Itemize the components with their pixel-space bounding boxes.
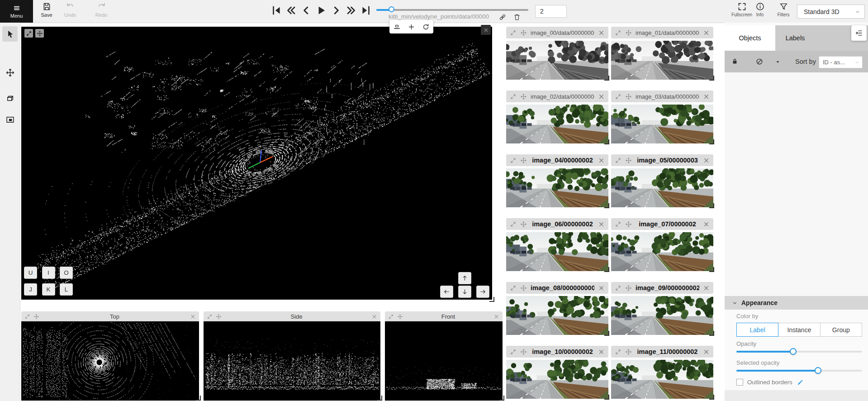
- appearance-section-header[interactable]: Appearance: [725, 296, 868, 310]
- tab-objects[interactable]: Objects: [725, 25, 775, 51]
- viewport-resize-handle[interactable]: [489, 297, 494, 302]
- close-icon[interactable]: [371, 314, 377, 320]
- collapse-panel-button[interactable]: [851, 25, 867, 41]
- tile-resize-handle[interactable]: [709, 76, 714, 81]
- tile-resize-handle[interactable]: [604, 76, 609, 81]
- panel-resize-handle[interactable]: [499, 396, 504, 401]
- main-3d-viewport[interactable]: UIOJKL: [21, 27, 492, 300]
- move-icon[interactable]: [520, 157, 527, 164]
- filters-button[interactable]: Filters: [773, 2, 793, 22]
- tile-header[interactable]: image_08/0000000002: [506, 282, 608, 294]
- trash-icon[interactable]: [513, 13, 521, 21]
- close-icon[interactable]: [493, 314, 499, 320]
- skip-first-icon[interactable]: [270, 5, 282, 16]
- menu-button[interactable]: Menu: [0, 0, 33, 23]
- panel-resize-handle[interactable]: [196, 396, 201, 401]
- close-icon[interactable]: [598, 29, 605, 36]
- close-icon[interactable]: [598, 157, 605, 164]
- expand-icon[interactable]: [207, 314, 213, 320]
- rotate-icon[interactable]: [422, 23, 430, 31]
- camera-image[interactable]: [506, 105, 608, 143]
- tile-resize-handle[interactable]: [604, 139, 609, 144]
- slider-thumb[interactable]: [815, 367, 821, 374]
- panel-resize-handle[interactable]: [377, 396, 382, 401]
- move-icon[interactable]: [520, 348, 527, 355]
- panel-header[interactable]: Side: [204, 311, 380, 321]
- frame-number-input[interactable]: [535, 5, 567, 18]
- tile-resize-handle[interactable]: [709, 203, 714, 208]
- save-button[interactable]: Save: [37, 2, 57, 22]
- tile-header[interactable]: image_01/data/0000000002: [611, 27, 713, 38]
- tile-header[interactable]: image_10/00000002: [506, 346, 608, 358]
- redo-button[interactable]: Redo: [91, 2, 111, 22]
- undo-button[interactable]: Undo: [60, 2, 80, 22]
- caret-down-icon[interactable]: [774, 58, 781, 65]
- key-l-button[interactable]: L: [60, 283, 73, 296]
- camera-image[interactable]: [506, 232, 608, 271]
- tile-resize-handle[interactable]: [709, 331, 714, 336]
- close-icon[interactable]: [598, 348, 605, 355]
- arrow-down-button[interactable]: [458, 286, 471, 298]
- expand-icon[interactable]: [615, 221, 621, 228]
- lock-icon[interactable]: [731, 57, 739, 65]
- expand-icon[interactable]: [388, 314, 394, 320]
- color-by-label-button[interactable]: Label: [736, 323, 778, 337]
- expand-icon[interactable]: [615, 348, 621, 355]
- tile-resize-handle[interactable]: [709, 395, 714, 400]
- tile-resize-handle[interactable]: [604, 331, 609, 336]
- tool-cuboid-button[interactable]: [2, 91, 18, 106]
- expand-icon[interactable]: [510, 93, 517, 100]
- tool-image-overlay-button[interactable]: [2, 112, 18, 127]
- move-view-button[interactable]: [35, 29, 44, 38]
- color-by-instance-button[interactable]: Instance: [778, 323, 820, 337]
- close-icon[interactable]: [190, 314, 196, 320]
- expand-icon[interactable]: [510, 221, 517, 228]
- key-u-button[interactable]: U: [24, 267, 37, 279]
- key-k-button[interactable]: K: [42, 283, 55, 296]
- key-i-button[interactable]: I: [42, 267, 55, 279]
- tile-header[interactable]: image_06/00000002: [506, 218, 608, 230]
- align-ground-icon[interactable]: [393, 23, 401, 31]
- move-icon[interactable]: [520, 285, 527, 291]
- expand-icon[interactable]: [24, 314, 30, 320]
- tool-move-button[interactable]: [2, 65, 18, 80]
- camera-image[interactable]: [611, 296, 713, 335]
- key-j-button[interactable]: J: [24, 283, 37, 296]
- move-icon[interactable]: [216, 314, 222, 320]
- tile-header[interactable]: image_00/data/0000000002: [506, 27, 608, 38]
- tile-header[interactable]: image_02/data/0000000002: [506, 91, 608, 102]
- arrow-left-button[interactable]: [440, 286, 453, 298]
- link-icon[interactable]: [498, 13, 507, 21]
- sort-select[interactable]: ID - as...: [819, 56, 863, 68]
- close-icon[interactable]: [703, 93, 710, 100]
- panel-header[interactable]: Top: [21, 311, 199, 321]
- tile-header[interactable]: image_04/00000002: [506, 154, 608, 166]
- arrow-up-button[interactable]: [458, 272, 471, 284]
- camera-image[interactable]: [611, 360, 713, 399]
- expand-icon[interactable]: [615, 157, 621, 164]
- tile-resize-handle[interactable]: [604, 203, 609, 208]
- slider-thumb[interactable]: [790, 348, 797, 355]
- move-icon[interactable]: [625, 348, 632, 355]
- slider-thumb[interactable]: [389, 6, 394, 12]
- camera-image[interactable]: [506, 296, 608, 335]
- fast-forward-icon[interactable]: [345, 5, 357, 16]
- next-frame-icon[interactable]: [330, 5, 342, 16]
- tile-header[interactable]: image_05/00000003: [611, 154, 713, 166]
- tile-resize-handle[interactable]: [604, 395, 609, 400]
- viewport-close-button[interactable]: [481, 25, 491, 35]
- tile-resize-handle[interactable]: [709, 267, 714, 272]
- fullscreen-button[interactable]: Fullscreen: [732, 2, 752, 22]
- tile-resize-handle[interactable]: [604, 267, 609, 272]
- objects-list[interactable]: [725, 72, 868, 296]
- move-icon[interactable]: [625, 157, 632, 164]
- tile-header[interactable]: image_09/000000002: [611, 282, 713, 294]
- close-icon[interactable]: [703, 221, 710, 228]
- selected-opacity-slider[interactable]: [736, 367, 862, 374]
- arrow-right-button[interactable]: [476, 286, 489, 298]
- opacity-slider[interactable]: [736, 348, 862, 355]
- close-icon[interactable]: [703, 157, 710, 164]
- camera-image[interactable]: [611, 105, 713, 143]
- expand-icon[interactable]: [510, 348, 517, 355]
- tab-labels[interactable]: Labels: [775, 25, 815, 51]
